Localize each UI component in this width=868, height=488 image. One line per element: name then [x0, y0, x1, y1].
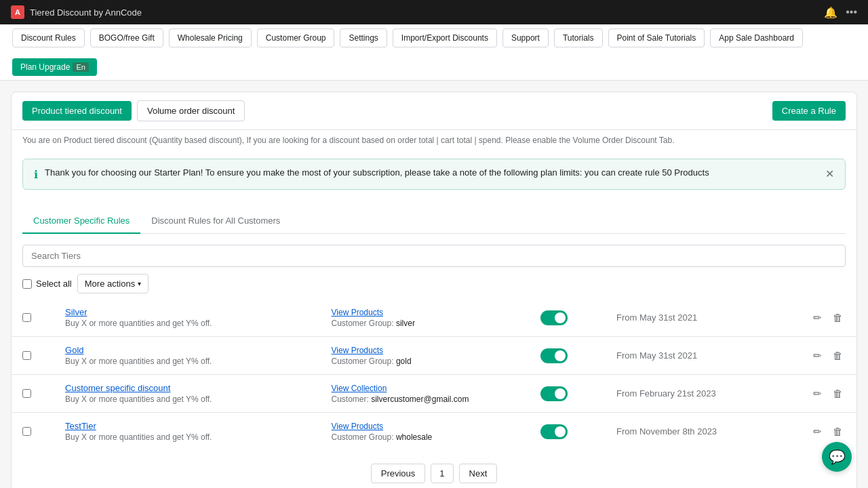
row-view-cell: View Collection Customer: silvercustomer… [321, 375, 530, 413]
group-value: wholesale [396, 432, 432, 442]
row-checkbox-2[interactable] [22, 389, 31, 398]
delete-button[interactable]: 🗑 [830, 309, 846, 326]
row-name-cell: Gold Buy X or more quantities and get Y%… [54, 337, 320, 375]
top-bar-right: 🔔 ••• [824, 6, 857, 19]
previous-button[interactable]: Previous [371, 464, 426, 483]
main-content: Product tiered discount Volume order dis… [11, 92, 857, 488]
group-label: Customer Group: silver [332, 319, 519, 328]
row-name-cell: TestTier Buy X or more quantities and ge… [54, 413, 320, 451]
nav-tabs: Discount Rules BOGO/free Gift Wholesale … [0, 24, 868, 81]
row-checkbox-1[interactable] [22, 351, 31, 360]
row-view-cell: View Products Customer Group: wholesale [321, 413, 530, 451]
next-button[interactable]: Next [459, 464, 498, 483]
rule-desc: Buy X or more quantities and get Y% off. [65, 319, 309, 328]
row-toggle-cell [530, 375, 606, 413]
create-rule-button[interactable]: Create a Rule [772, 101, 846, 121]
select-all-text: Select all [36, 279, 72, 289]
chat-bubble[interactable]: 💬 [822, 442, 852, 472]
app-title: Tiered Discount by AnnCode [30, 7, 142, 18]
row-date-cell: From February 21st 2023 [606, 375, 776, 413]
view-link[interactable]: View Collection [332, 384, 519, 393]
tab-all-customers[interactable]: Discount Rules for All Customers [140, 209, 291, 234]
nav-wholesale[interactable]: Wholesale Pricing [169, 28, 252, 47]
view-link[interactable]: View Products [332, 346, 519, 355]
row-toggle-cell [530, 299, 606, 337]
nav-import-export[interactable]: Import/Export Discounts [393, 28, 497, 47]
rule-name-link[interactable]: Silver [65, 307, 309, 317]
table-row: Silver Buy X or more quantities and get … [12, 299, 856, 337]
edit-button[interactable]: ✏ [810, 347, 825, 365]
top-bar: A Tiered Discount by AnnCode 🔔 ••• [0, 0, 868, 24]
sub-tabs-bar: Product tiered discount Volume order dis… [12, 92, 856, 130]
group-value: gold [396, 357, 412, 366]
nav-settings[interactable]: Settings [340, 28, 387, 47]
nav-bogo[interactable]: BOGO/free Gift [90, 28, 163, 47]
row-toggle-cell [530, 413, 606, 451]
product-tiered-tab[interactable]: Product tiered discount [22, 101, 132, 121]
top-bar-left: A Tiered Discount by AnnCode [11, 5, 142, 19]
discount-table: Silver Buy X or more quantities and get … [12, 299, 856, 450]
group-label: Customer: silvercustomer@gmail.com [332, 394, 519, 404]
rule-desc: Buy X or more quantities and get Y% off. [65, 432, 309, 442]
rule-desc: Buy X or more quantities and get Y% off. [65, 394, 309, 404]
row-date-cell: From May 31st 2021 [606, 299, 776, 337]
bell-icon[interactable]: 🔔 [824, 6, 837, 19]
nav-customer-group[interactable]: Customer Group [257, 28, 335, 47]
group-label: Customer Group: gold [332, 357, 519, 366]
toggle-slider [540, 310, 568, 325]
info-icon: ℹ [34, 168, 38, 181]
rule-name-link[interactable]: TestTier [65, 421, 309, 431]
rule-name-link[interactable]: Gold [65, 345, 309, 355]
more-actions-button[interactable]: More actions ▾ [77, 274, 149, 293]
rule-name-link[interactable]: Customer specific discount [65, 383, 309, 393]
row-checkbox-cell [12, 413, 54, 451]
select-all-label[interactable]: Select all [22, 279, 72, 289]
row-toggle-cell [530, 337, 606, 375]
volume-order-tab[interactable]: Volume order discount [137, 100, 245, 121]
toggle-switch[interactable] [540, 348, 568, 363]
alert-message: Thank you for choosing our Starter Plan!… [45, 167, 818, 178]
toggle-slider [540, 386, 568, 401]
tab-customer-specific[interactable]: Customer Specific Rules [22, 209, 140, 234]
row-checkbox-cell [12, 337, 54, 375]
search-input[interactable] [22, 245, 846, 267]
select-all-checkbox[interactable] [22, 279, 32, 289]
row-name-cell: Customer specific discount Buy X or more… [54, 375, 320, 413]
edit-button[interactable]: ✏ [810, 309, 825, 327]
delete-button[interactable]: 🗑 [830, 347, 846, 364]
nav-discount-rules[interactable]: Discount Rules [12, 28, 85, 47]
row-date-cell: From May 31st 2021 [606, 337, 776, 375]
toggle-switch[interactable] [540, 310, 568, 325]
delete-button[interactable]: 🗑 [830, 423, 846, 440]
nav-app-sale[interactable]: App Sale Dashboard [710, 28, 803, 47]
toggle-switch[interactable] [540, 424, 568, 439]
app-icon: A [11, 5, 24, 19]
alert-close-button[interactable]: ✕ [825, 167, 834, 180]
row-checkbox-0[interactable] [22, 313, 31, 322]
row-view-cell: View Products Customer Group: gold [321, 337, 530, 375]
more-options-icon[interactable]: ••• [846, 6, 857, 18]
nav-pos-tutorials[interactable]: Point of Sale Tutorials [608, 28, 705, 47]
row-checkbox-3[interactable] [22, 427, 31, 436]
view-link[interactable]: View Products [332, 308, 519, 317]
sub-tabs-left: Product tiered discount Volume order dis… [22, 100, 245, 121]
nav-support[interactable]: Support [502, 28, 549, 47]
page-number: 1 [431, 464, 453, 483]
edit-button[interactable]: ✏ [810, 423, 825, 441]
edit-button[interactable]: ✏ [810, 385, 825, 403]
table-row: Customer specific discount Buy X or more… [12, 375, 856, 413]
pagination: Previous 1 Next [12, 450, 856, 488]
tab-list: Customer Specific Rules Discount Rules f… [22, 209, 846, 234]
toggle-switch[interactable] [540, 386, 568, 401]
nav-tutorials[interactable]: Tutorials [554, 28, 603, 47]
table-row: Gold Buy X or more quantities and get Y%… [12, 337, 856, 375]
row-checkbox-cell [12, 299, 54, 337]
view-link[interactable]: View Products [332, 422, 519, 431]
toggle-slider [540, 424, 568, 439]
row-actions-cell: ✏ 🗑 [776, 337, 856, 375]
plan-upgrade-button[interactable]: Plan Upgrade En [12, 58, 97, 76]
en-badge: En [73, 62, 88, 72]
action-icons: ✏ 🗑 [787, 309, 846, 327]
delete-button[interactable]: 🗑 [830, 385, 846, 402]
alert-banner: ℹ Thank you for choosing our Starter Pla… [22, 159, 846, 190]
